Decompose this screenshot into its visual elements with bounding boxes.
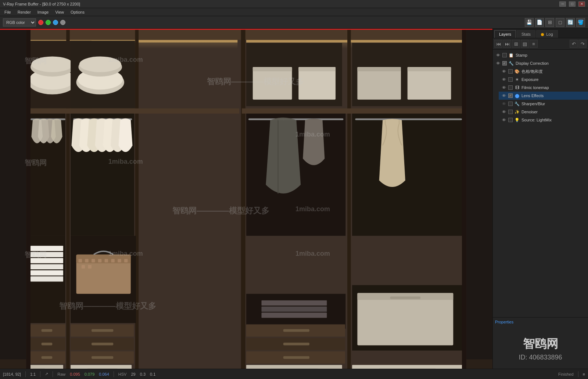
save-icon[interactable]: 💾 <box>525 18 534 27</box>
tab-layers[interactable]: Layers <box>494 30 516 38</box>
refresh-icon[interactable]: 🔄 <box>566 18 575 27</box>
svg-rect-109 <box>270 368 318 369</box>
minimize-button[interactable]: ─ <box>559 1 566 7</box>
layer-label-display-correction: Display Correction <box>516 61 586 65</box>
svg-rect-32 <box>408 67 451 100</box>
panel-icon-2[interactable]: ⏭ <box>503 40 511 48</box>
svg-rect-96 <box>92 343 113 345</box>
divider-4 <box>114 371 114 377</box>
hsv2-display: 0.3 <box>140 372 146 376</box>
panel-redo-icon[interactable]: ↷ <box>578 40 587 48</box>
layer-display-correction[interactable]: 👁 ✓ 🔧 Display Correction <box>493 59 588 67</box>
red-dot[interactable] <box>38 20 43 25</box>
toolbar-right-icons: 💾 📄 ⊞ ◻ 🔄 🪣 <box>525 18 585 27</box>
color-mode-select[interactable]: RGB color <box>3 18 36 26</box>
eye-icon-lens[interactable]: 👁 <box>501 93 507 99</box>
checkbox-color-balance[interactable] <box>508 69 513 74</box>
bucket-icon[interactable]: 🪣 <box>576 18 585 27</box>
eye-icon-lightmix[interactable]: 👁 <box>501 117 507 123</box>
toolbar: RGB color 💾 📄 ⊞ ◻ 🔄 🪣 <box>0 16 588 29</box>
eye-icon-display-correction[interactable]: 👁 <box>495 60 501 66</box>
main-area: 智鸥网 1miba.com 智鸥网————模型好又多 1miba.com 智鸥网… <box>0 29 588 369</box>
svg-rect-59 <box>31 246 63 251</box>
svg-rect-9 <box>28 29 466 40</box>
properties-section: Properties <box>493 317 588 329</box>
layer-filmic-tonemap[interactable]: 👁 🎞 Filmic tonemap <box>499 84 588 92</box>
maximize-button[interactable]: □ <box>569 1 576 7</box>
svg-rect-85 <box>390 297 420 299</box>
svg-rect-110 <box>352 365 463 369</box>
menu-file[interactable]: File <box>1 9 14 15</box>
frame-icon[interactable]: ◻ <box>556 18 564 27</box>
svg-rect-113 <box>462 29 466 369</box>
checkbox-lens[interactable]: ✓ <box>508 93 513 98</box>
menu-image[interactable]: Image <box>35 9 52 15</box>
layer-label-filmic: Filmic tonemap <box>521 85 586 90</box>
divider-3 <box>53 371 53 377</box>
panel-icon-4[interactable]: ▤ <box>521 40 529 48</box>
checkbox-filmic[interactable] <box>508 85 513 90</box>
svg-rect-90 <box>42 343 53 345</box>
blue-dot[interactable] <box>53 20 58 25</box>
svg-rect-27 <box>298 67 336 100</box>
svg-point-18 <box>31 56 73 72</box>
layer-label-exposure: Exposure <box>521 77 586 82</box>
layer-sharpen-blur[interactable]: 👁 🔧 Sharpen/Blur <box>499 100 588 108</box>
menu-render[interactable]: Render <box>15 9 34 15</box>
svg-rect-112 <box>26 29 31 369</box>
eye-icon-denoiser[interactable]: 👁 <box>501 109 507 115</box>
tab-stats[interactable]: Stats <box>517 30 535 38</box>
checkbox-exposure[interactable] <box>508 77 513 82</box>
eye-icon-sharpen[interactable]: 👁 <box>501 101 507 107</box>
svg-rect-81 <box>262 313 327 318</box>
svg-rect-69 <box>85 259 88 262</box>
checkbox-stamp[interactable] <box>502 53 507 57</box>
panel-icon-3[interactable]: ⊞ <box>512 40 520 48</box>
checkbox-sharpen[interactable] <box>508 102 513 106</box>
grid-icon[interactable]: ⊞ <box>545 18 554 27</box>
right-panel: Layers Stats Log ⏮ ⏭ ⊞ ▤ ≡ ↶ ↷ 👁 📋 <box>492 29 588 369</box>
tab-log[interactable]: Log <box>536 30 557 38</box>
divider-2 <box>40 371 40 377</box>
svg-rect-95 <box>92 329 113 332</box>
svg-rect-80 <box>262 307 327 312</box>
panel-undo-icon[interactable]: ↶ <box>570 40 578 48</box>
green-dot[interactable] <box>46 20 51 25</box>
svg-rect-76 <box>82 265 85 268</box>
menu-view[interactable]: View <box>52 9 67 15</box>
eye-icon-exposure[interactable]: 👁 <box>501 77 507 82</box>
checkbox-display-correction[interactable]: ✓ <box>502 61 507 65</box>
expand-icon[interactable]: ≡ <box>583 372 585 376</box>
layer-lens-effects[interactable]: 👁 ✓ ⬤ Lens Effects <box>499 92 588 100</box>
eye-icon-filmic[interactable]: 👁 <box>501 85 507 91</box>
checkbox-lightmix[interactable] <box>508 118 513 122</box>
svg-rect-71 <box>98 259 101 262</box>
wardrobe-scene <box>0 29 492 369</box>
layer-label-stamp: Stamp <box>516 53 586 57</box>
svg-rect-111 <box>379 368 436 369</box>
layer-type-icon-lens: ⬤ <box>514 93 520 99</box>
divider-1 <box>25 371 26 377</box>
layer-exposure[interactable]: 👁 ☀ Exposure <box>499 75 588 84</box>
checkbox-denoiser[interactable] <box>508 110 513 114</box>
panel-icon-1[interactable]: ⏮ <box>494 40 502 48</box>
layer-stamp[interactable]: 👁 📋 Stamp <box>493 51 588 59</box>
gray-dot[interactable] <box>60 20 65 25</box>
layer-type-icon-display-correction: 🔧 <box>508 60 514 66</box>
layer-label-lens: Lens Effects <box>521 93 586 98</box>
export-icon[interactable]: 📄 <box>535 18 544 27</box>
layer-denoiser[interactable]: 👁 ✨ Denoiser <box>499 108 588 116</box>
eye-icon-stamp[interactable]: 👁 <box>495 52 501 58</box>
close-button[interactable]: ✕ <box>578 1 585 7</box>
layer-color-balance[interactable]: 👁 🎨 色相/饱和度 <box>499 67 588 75</box>
layer-source-lightmix[interactable]: 👁 💡 Source: LightMix <box>499 116 588 124</box>
menu-options[interactable]: Options <box>68 9 87 15</box>
svg-rect-61 <box>31 258 63 263</box>
svg-rect-34 <box>28 109 239 114</box>
svg-rect-75 <box>124 259 128 262</box>
viewport[interactable]: 智鸥网 1miba.com 智鸥网————模型好又多 1miba.com 智鸥网… <box>0 29 492 369</box>
svg-point-23 <box>79 56 121 72</box>
val-r-display: 0.095 <box>70 372 80 376</box>
panel-icon-5[interactable]: ≡ <box>530 40 538 48</box>
eye-icon-color-balance[interactable]: 👁 <box>501 68 507 74</box>
